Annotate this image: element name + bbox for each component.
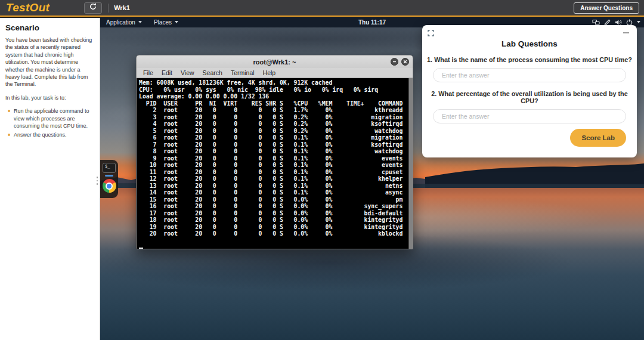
scenario-task-list: Run the applicable command to view which… [8, 107, 94, 139]
terminal-cursor-line [139, 244, 413, 249]
terminal-titlebar[interactable]: root@Wrk1: ~ [137, 55, 413, 68]
list-item: Run the applicable command to view which… [8, 107, 94, 129]
question-1-input[interactable] [433, 68, 626, 82]
terminal-icon[interactable]: $_ [103, 163, 116, 173]
terminal-menu-view[interactable]: View [177, 69, 199, 76]
terminal-cursor [139, 248, 143, 249]
expand-icon[interactable] [428, 30, 434, 36]
terminal-screen-lines: Mem: 6008K used, 181236K free, 4K shrd, … [139, 79, 413, 244]
tab-divider [108, 4, 109, 13]
list-item: Answer the questions. [8, 131, 94, 138]
app-dock: $_ [100, 160, 118, 198]
terminal-menu-terminal[interactable]: Terminal [227, 69, 259, 76]
score-lab-button[interactable]: Score Lab [570, 129, 626, 147]
close-button[interactable] [401, 58, 409, 66]
tab-wrk1[interactable]: Wrk1 [114, 4, 130, 11]
panel-title: Lab Questions [422, 39, 637, 48]
app-top-bar: TestOut Wrk1 Answer Questions [0, 0, 644, 17]
question-1-label: 1. What is the name of the process consu… [422, 56, 637, 63]
panel-minimize-icon[interactable] [623, 32, 629, 33]
question-2-input[interactable] [433, 109, 626, 123]
scenario-paragraph: You have been tasked with checking the s… [5, 36, 94, 88]
caret-down-icon [138, 21, 142, 23]
caret-down-icon [175, 21, 178, 23]
caret-down-icon[interactable] [637, 21, 640, 23]
close-icon [403, 60, 407, 64]
bullet-icon [8, 110, 10, 112]
scenario-title: Scenario [5, 23, 94, 32]
chrome-icon[interactable] [103, 179, 116, 193]
speaker-icon[interactable] [615, 19, 622, 26]
sidebar-resize-handle[interactable] [97, 177, 98, 185]
answer-questions-button[interactable]: Answer Questions [574, 2, 639, 14]
lab-questions-panel: Lab Questions 1. What is the name of the… [422, 25, 637, 157]
terminal-menu-file[interactable]: File [139, 69, 157, 76]
scenario-sidebar: Scenario You have been tasked with check… [0, 18, 100, 340]
power-icon[interactable] [626, 19, 633, 26]
displays-icon[interactable] [592, 19, 600, 26]
terminal-menu-edit[interactable]: Edit [157, 69, 177, 76]
question-2-label: 2. What percentage of the overall utiliz… [422, 90, 637, 104]
refresh-icon [89, 2, 97, 13]
terminal-title: root@Wrk1: ~ [253, 58, 296, 66]
bullet-icon [8, 134, 10, 136]
active-app-indicator [105, 175, 113, 177]
terminal-menu-help[interactable]: Help [259, 69, 280, 76]
scenario-task-intro: In this lab, your task is to: [5, 94, 94, 101]
terminal-scrollbar[interactable] [408, 78, 413, 249]
pencil-icon[interactable] [604, 19, 611, 26]
terminal-menu-search[interactable]: Search [199, 69, 227, 76]
menu-places[interactable]: Places [148, 17, 184, 27]
terminal-screen[interactable]: Mem: 6008K used, 181236K free, 4K shrd, … [137, 78, 413, 249]
testout-logo: TestOut [6, 1, 49, 14]
minimize-icon [392, 60, 397, 64]
refresh-button[interactable] [84, 2, 102, 14]
vm-desktop: Application Places Thu 11:17 $_ root@Wrk… [100, 17, 644, 340]
terminal-window: root@Wrk1: ~ File Edit View Search Termi… [136, 55, 413, 249]
terminal-menubar: File Edit View Search Terminal Help [137, 68, 413, 78]
menu-application[interactable]: Application [100, 17, 148, 27]
minimize-button[interactable] [391, 58, 398, 66]
